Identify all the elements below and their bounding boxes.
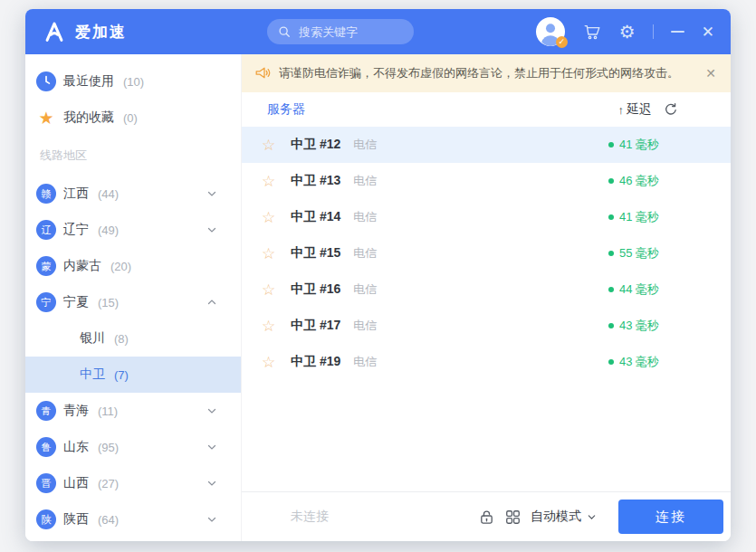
latency-status-dot xyxy=(608,359,614,365)
sidebar-item-label: 陕西 xyxy=(63,511,89,528)
latency-cell: 43 毫秒 xyxy=(608,354,731,370)
latency-controls: ↑ 延迟 xyxy=(618,101,679,118)
connection-status: 未连接 xyxy=(291,509,329,525)
mode-selector[interactable]: 自动模式 xyxy=(531,509,597,525)
sidebar-item-zhongwei[interactable]: 中卫(7) xyxy=(25,357,241,393)
latency-status-dot xyxy=(608,287,614,292)
favorite-star-icon[interactable]: ☆ xyxy=(262,282,280,298)
connect-button[interactable]: 连接 xyxy=(618,500,723,534)
province-badge-icon: 鲁 xyxy=(36,437,56,457)
server-name: 中卫 #15 xyxy=(291,245,340,262)
sidebar-item-favorites[interactable]: ★我的收藏(0) xyxy=(25,100,241,136)
sidebar-item-label: 宁夏 xyxy=(63,294,89,310)
server-name: 中卫 #16 xyxy=(291,281,340,298)
search-input[interactable] xyxy=(297,24,403,40)
titlebar-divider xyxy=(653,24,654,39)
chevron-down-icon[interactable] xyxy=(206,224,217,235)
favorite-star-icon[interactable]: ☆ xyxy=(262,138,280,153)
gear-icon[interactable]: ⚙ xyxy=(619,23,636,41)
sidebar-item-label: 青海 xyxy=(63,403,89,419)
lock-icon[interactable] xyxy=(478,509,495,526)
sidebar-item-shaanxi[interactable]: 陕陕西(64) xyxy=(25,501,241,538)
close-icon[interactable]: ✕ xyxy=(702,24,714,40)
refresh-icon[interactable] xyxy=(664,102,678,117)
chevron-down-icon[interactable] xyxy=(206,405,217,416)
server-row[interactable]: ☆中卫 #12电信41 毫秒 xyxy=(242,127,731,163)
server-row[interactable]: ☆中卫 #14电信41 毫秒 xyxy=(242,199,731,235)
app-logo: 爱加速 xyxy=(42,19,127,44)
search-icon xyxy=(278,25,291,38)
sidebar-item-count: (7) xyxy=(114,368,129,382)
chevron-down-icon[interactable] xyxy=(206,188,217,199)
latency-status-dot xyxy=(608,251,614,256)
connection-footer: 未连接 xyxy=(242,491,731,541)
minimize-icon[interactable] xyxy=(671,31,684,33)
latency-value: 43 毫秒 xyxy=(619,354,659,370)
megaphone-icon xyxy=(254,65,271,81)
server-name: 中卫 #13 xyxy=(291,173,340,189)
sidebar-item-count: (8) xyxy=(114,332,129,346)
sidebar-item-qinghai[interactable]: 青青海(11) xyxy=(25,393,241,429)
search-box[interactable] xyxy=(267,19,414,44)
chevron-down-icon[interactable] xyxy=(206,478,217,489)
chevron-down-icon[interactable] xyxy=(206,514,217,525)
server-carrier: 电信 xyxy=(353,318,377,334)
sort-ascending-icon: ↑ xyxy=(618,103,625,117)
notice-text: 请谨防电信诈骗，不得发布虚假的网络言论，禁止用于任何形式的网络攻击。 xyxy=(279,65,697,81)
sidebar-item-count: (15) xyxy=(98,296,119,309)
sidebar-item-shandong[interactable]: 鲁山东(95) xyxy=(25,429,241,465)
sidebar-item-label: 辽宁 xyxy=(63,222,89,238)
server-row[interactable]: ☆中卫 #15电信55 毫秒 xyxy=(242,235,731,271)
app-title: 爱加速 xyxy=(75,22,127,43)
server-row[interactable]: ☆中卫 #16电信44 毫秒 xyxy=(242,271,731,308)
province-badge-icon: 陕 xyxy=(36,509,56,529)
latency-cell: 43 毫秒 xyxy=(608,318,731,334)
titlebar-actions: ✓ ⚙ ✕ xyxy=(536,17,714,46)
notice-close-icon[interactable]: ✕ xyxy=(705,66,716,81)
sidebar-item-label: 山东 xyxy=(63,439,89,455)
sidebar-item-neimenggu[interactable]: 蒙内蒙古(20) xyxy=(25,248,241,284)
user-avatar[interactable]: ✓ xyxy=(536,17,565,46)
server-carrier: 电信 xyxy=(353,245,377,262)
server-row[interactable]: ☆中卫 #19电信43 毫秒 xyxy=(242,344,731,380)
main-panel: 请谨防电信诈骗，不得发布虚假的网络言论，禁止用于任何形式的网络攻击。 ✕ 服务器… xyxy=(242,54,731,541)
favorite-star-icon[interactable]: ☆ xyxy=(262,355,280,370)
latency-status-dot xyxy=(608,142,614,148)
latency-value: 41 毫秒 xyxy=(619,137,659,153)
cart-icon[interactable] xyxy=(582,22,602,42)
chevron-down-icon[interactable] xyxy=(206,442,217,452)
chevron-down-icon xyxy=(587,512,597,522)
favorite-star-icon[interactable]: ☆ xyxy=(262,319,280,334)
title-bar: 爱加速 ✓ ⚙ xyxy=(25,9,731,54)
sidebar-item-liaoning[interactable]: 辽辽宁(49) xyxy=(25,212,241,248)
sidebar-item-label: 江西 xyxy=(63,186,89,202)
favorite-star-icon[interactable]: ☆ xyxy=(262,210,280,225)
latency-value: 46 毫秒 xyxy=(619,173,659,189)
server-name: 中卫 #12 xyxy=(291,137,340,153)
app-logo-icon xyxy=(42,19,67,44)
sidebar-item-count: (64) xyxy=(98,513,119,527)
sidebar-item-ningxia[interactable]: 宁宁夏(15) xyxy=(25,284,241,320)
sidebar-item-label: 最近使用 xyxy=(63,73,114,90)
server-name: 中卫 #17 xyxy=(291,318,340,334)
sidebar-item-recent[interactable]: 最近使用(10) xyxy=(25,63,241,100)
chevron-up-icon[interactable] xyxy=(206,297,217,308)
sidebar-item-shanxi[interactable]: 晋山西(27) xyxy=(25,465,241,501)
window-body: 最近使用(10)★我的收藏(0)线路地区赣江西(44)辽辽宁(49)蒙内蒙古(2… xyxy=(25,54,731,541)
server-list: ☆中卫 #12电信41 毫秒☆中卫 #13电信46 毫秒☆中卫 #14电信41 … xyxy=(242,127,731,491)
sidebar-item-yinchuan[interactable]: 银川(8) xyxy=(25,320,241,357)
server-row[interactable]: ☆中卫 #13电信46 毫秒 xyxy=(242,163,731,199)
latency-value: 43 毫秒 xyxy=(619,318,659,334)
favorite-star-icon[interactable]: ☆ xyxy=(262,246,280,262)
province-badge-icon: 宁 xyxy=(36,292,56,312)
latency-sort-button[interactable]: ↑ 延迟 xyxy=(618,101,653,118)
sidebar-item-count: (27) xyxy=(98,477,119,490)
sidebar-item-count: (11) xyxy=(98,404,118,418)
server-carrier: 电信 xyxy=(353,281,377,298)
grid-mode-icon[interactable] xyxy=(504,509,522,526)
server-carrier: 电信 xyxy=(353,173,377,189)
province-badge-icon: 青 xyxy=(36,401,56,421)
sidebar-item-jiangxi[interactable]: 赣江西(44) xyxy=(25,176,241,212)
server-row[interactable]: ☆中卫 #17电信43 毫秒 xyxy=(242,308,731,344)
favorite-star-icon[interactable]: ☆ xyxy=(262,174,280,189)
